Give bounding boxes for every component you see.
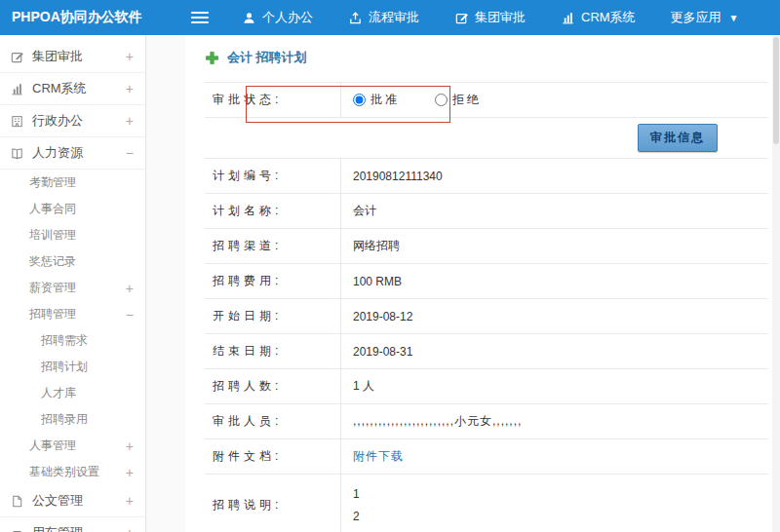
sidebar-item-training[interactable]: 培训管理 — [0, 222, 145, 248]
field-label: 结束日期: — [205, 334, 341, 368]
add-plus-icon[interactable] — [205, 51, 219, 65]
field-row-approval-status: 审批状态: 批准 拒绝 — [205, 83, 768, 118]
sidebar-item-label: 考勤管理 — [29, 174, 76, 191]
sidebar-item-admin-office[interactable]: 行政办公 + — [0, 105, 145, 137]
sidebar-item-label: 行政办公 — [32, 112, 83, 130]
field-row-plan-number: 计划编号: 20190812111340 — [205, 159, 768, 194]
sidebar-item-label: 集团审批 — [32, 48, 83, 65]
caret-down-icon: ▼ — [729, 13, 739, 23]
edit-icon — [454, 11, 469, 25]
sidebar-item-attendance[interactable]: 考勤管理 — [0, 170, 145, 196]
nav-item-workflow-approval[interactable]: 流程审批 — [348, 9, 419, 26]
sidebar-item-documents[interactable]: 公文管理 + — [0, 485, 145, 517]
nav-item-more-apps[interactable]: 更多应用 ▼ — [671, 9, 739, 26]
sidebar-item-label: 招聘需求 — [41, 332, 88, 349]
sidebar-item-base-categories[interactable]: 基础类别设置 + — [0, 459, 145, 485]
field-row-recruit-channel: 招聘渠道: 网络招聘 — [205, 229, 768, 264]
expand-icon: − — [126, 146, 134, 160]
field-row-approvers: 审批人员: ,,,,,,,,,,,,,,,,,,,,,,,,小元女,,,,,,, — [205, 404, 768, 439]
radio-option-reject[interactable]: 拒绝 — [435, 92, 482, 108]
sidebar-item-label: 人事管理 — [29, 437, 76, 454]
expand-icon: + — [126, 526, 134, 532]
description-line: 1 — [353, 483, 757, 506]
sidebar-item-contracts[interactable]: 人事合同 — [0, 196, 145, 222]
radio-label: 拒绝 — [452, 92, 482, 108]
book-icon — [10, 146, 24, 161]
doc-icon — [10, 494, 24, 509]
field-label: 招聘说明: — [205, 475, 341, 532]
chart-icon — [561, 11, 575, 25]
user-icon — [242, 11, 256, 25]
field-row-headcount: 招聘人数: 1 人 — [205, 369, 768, 404]
reject-radio[interactable] — [435, 94, 448, 106]
sidebar-item-personnel[interactable]: 人事管理 + — [0, 433, 145, 459]
field-label: 审批状态: — [205, 83, 341, 117]
nav-label: CRM系统 — [581, 9, 636, 26]
scrollbar-thumb[interactable] — [773, 37, 779, 144]
sidebar-item-label: 人力资源 — [32, 144, 83, 162]
nav-label: 个人办公 — [262, 9, 313, 26]
sidebar-item-recruit-hire[interactable]: 招聘录用 — [0, 406, 145, 433]
nav-item-crm[interactable]: CRM系统 — [561, 9, 636, 26]
field-value: 2019-08-31 — [341, 334, 768, 368]
radio-label: 批准 — [370, 92, 400, 108]
sidebar-item-recruit-mgmt[interactable]: 招聘管理 − — [0, 301, 145, 327]
field-label: 计划编号: — [205, 159, 341, 193]
sidebar-item-recruit-demand[interactable]: 招聘需求 — [0, 327, 145, 354]
approval-radio-group: 批准 拒绝 — [353, 92, 482, 108]
field-value: ,,,,,,,,,,,,,,,,,,,,,,,,小元女,,,,,,, — [341, 404, 768, 438]
sidebar: 集团审批 + CRM系统 + 行政办公 + 人力资源 − 考勤管理 — [0, 35, 146, 532]
building-icon — [10, 114, 24, 129]
approval-info-button[interactable]: 审批信息 — [638, 124, 718, 152]
sidebar-item-label: 人才库 — [41, 385, 76, 401]
sidebar-item-label: 人事合同 — [29, 201, 76, 217]
sidebar-item-label: 招聘管理 — [29, 306, 76, 323]
field-label: 开始日期: — [205, 299, 341, 333]
field-label: 计划名称: — [205, 194, 341, 228]
field-label: 招聘渠道: — [205, 229, 341, 263]
breadcrumb: 会计 招聘计划 — [205, 49, 768, 66]
sidebar-item-recruit-plan[interactable]: 招聘计划 — [0, 354, 145, 380]
edit-icon — [10, 50, 24, 64]
radio-option-approve[interactable]: 批准 — [353, 92, 400, 108]
main-area: 会计 招聘计划 审批状态: 批准 — [146, 35, 780, 532]
expand-icon: + — [126, 50, 134, 63]
expand-icon: + — [126, 466, 134, 479]
expand-icon: + — [126, 114, 134, 128]
expand-icon: + — [126, 439, 134, 453]
field-label: 审批人员: — [205, 404, 341, 438]
expand-icon: + — [126, 82, 134, 95]
attachment-download-link[interactable]: 附件下载 — [353, 448, 404, 465]
field-row-plan-name: 计划名称: 会计 — [205, 194, 768, 229]
sidebar-item-talent-pool[interactable]: 人才库 — [0, 380, 145, 406]
field-label: 招聘费用: — [205, 264, 341, 298]
sidebar-item-label: 基础类别设置 — [29, 464, 99, 480]
field-label: 附件文档: — [205, 439, 341, 474]
sidebar-item-vehicles[interactable]: 用车管理 + — [0, 517, 145, 532]
sidebar-item-group-approval[interactable]: 集团审批 + — [0, 41, 145, 73]
sidebar-item-label: CRM系统 — [32, 80, 87, 97]
recruit-plan-form: 审批状态: 批准 拒绝 — [205, 82, 768, 532]
expand-icon: − — [126, 308, 134, 322]
app-title: PHPOA协同办公软件 — [0, 9, 166, 26]
flow-icon — [348, 11, 363, 25]
menu-icon[interactable] — [191, 9, 209, 26]
nav-item-group-approval[interactable]: 集团审批 — [454, 9, 526, 26]
topbar: PHPOA协同办公软件 个人办公 流程审批 集团审批 CRM系统 — [0, 0, 780, 35]
nav-label: 集团审批 — [475, 9, 526, 26]
approve-radio[interactable] — [353, 94, 366, 106]
sidebar-item-crm[interactable]: CRM系统 + — [0, 73, 145, 105]
sidebar-item-label: 招聘录用 — [41, 411, 88, 428]
sidebar-item-label: 薪资管理 — [29, 280, 76, 296]
sidebar-item-rewards[interactable]: 奖惩记录 — [0, 248, 145, 275]
sidebar-item-hr[interactable]: 人力资源 − — [0, 137, 145, 170]
nav-label: 更多应用 — [671, 9, 722, 26]
sidebar-item-salary[interactable]: 薪资管理 + — [0, 275, 145, 301]
sidebar-item-label: 用车管理 — [32, 524, 83, 532]
field-label: 招聘人数: — [205, 369, 341, 403]
vertical-scrollbar[interactable] — [772, 35, 780, 532]
field-row-recruit-cost: 招聘费用: 100 RMB — [205, 264, 768, 299]
nav-item-personal-office[interactable]: 个人办公 — [242, 9, 313, 26]
field-row-description: 招聘说明: 1 2 — [205, 475, 768, 532]
page-title: 会计 招聘计划 — [227, 49, 307, 66]
